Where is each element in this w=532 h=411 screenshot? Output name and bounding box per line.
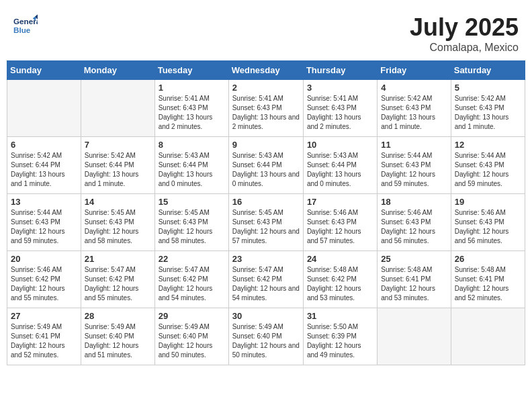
day-number: 29 — [159, 311, 225, 321]
title-section: July 2025 Comalapa, Mexico — [410, 13, 519, 54]
day-number: 25 — [381, 254, 447, 264]
day-number: 26 — [455, 254, 521, 264]
day-info: Sunrise: 5:42 AM Sunset: 6:43 PM Dayligh… — [381, 94, 447, 132]
day-number: 3 — [307, 83, 373, 93]
calendar-cell-w3-d1: 13Sunrise: 5:44 AM Sunset: 6:43 PM Dayli… — [7, 194, 81, 251]
day-info: Sunrise: 5:43 AM Sunset: 6:44 PM Dayligh… — [232, 151, 300, 189]
week-row-2: 6Sunrise: 5:42 AM Sunset: 6:44 PM Daylig… — [7, 137, 525, 194]
calendar-cell-w5-d1: 27Sunrise: 5:49 AM Sunset: 6:41 PM Dayli… — [7, 308, 81, 365]
col-thursday: Thursday — [303, 61, 377, 80]
day-info: Sunrise: 5:41 AM Sunset: 6:43 PM Dayligh… — [159, 94, 225, 132]
svg-text:Blue: Blue — [13, 26, 31, 34]
day-number: 30 — [232, 311, 300, 321]
day-info: Sunrise: 5:41 AM Sunset: 6:43 PM Dayligh… — [232, 94, 300, 132]
day-number: 4 — [381, 83, 447, 93]
calendar-cell-w2-d5: 10Sunrise: 5:43 AM Sunset: 6:44 PM Dayli… — [303, 137, 377, 194]
day-info: Sunrise: 5:43 AM Sunset: 6:44 PM Dayligh… — [159, 151, 225, 189]
day-info: Sunrise: 5:44 AM Sunset: 6:43 PM Dayligh… — [455, 151, 521, 189]
calendar-cell-w3-d5: 17Sunrise: 5:46 AM Sunset: 6:43 PM Dayli… — [303, 194, 377, 251]
day-number: 7 — [85, 140, 151, 150]
day-info: Sunrise: 5:48 AM Sunset: 6:42 PM Dayligh… — [307, 265, 373, 303]
day-info: Sunrise: 5:49 AM Sunset: 6:40 PM Dayligh… — [232, 322, 300, 360]
calendar-cell-w2-d1: 6Sunrise: 5:42 AM Sunset: 6:44 PM Daylig… — [7, 137, 81, 194]
calendar-cell-w2-d3: 8Sunrise: 5:43 AM Sunset: 6:44 PM Daylig… — [154, 137, 228, 194]
day-number: 21 — [85, 254, 151, 264]
day-number: 1 — [159, 83, 225, 93]
day-info: Sunrise: 5:42 AM Sunset: 6:44 PM Dayligh… — [85, 151, 151, 189]
week-row-1: 1Sunrise: 5:41 AM Sunset: 6:43 PM Daylig… — [7, 80, 525, 137]
logo-icon: General Blue — [13, 13, 38, 38]
day-info: Sunrise: 5:46 AM Sunset: 6:43 PM Dayligh… — [455, 208, 521, 246]
calendar-cell-w1-d7: 5Sunrise: 5:42 AM Sunset: 6:43 PM Daylig… — [451, 80, 525, 137]
col-saturday: Saturday — [451, 61, 525, 80]
page-header: General Blue July 2025 Comalapa, Mexico — [7, 7, 525, 57]
day-info: Sunrise: 5:46 AM Sunset: 6:42 PM Dayligh… — [11, 265, 77, 303]
day-info: Sunrise: 5:46 AM Sunset: 6:43 PM Dayligh… — [381, 208, 447, 246]
day-info: Sunrise: 5:46 AM Sunset: 6:43 PM Dayligh… — [307, 208, 373, 246]
day-number: 13 — [11, 197, 77, 207]
day-info: Sunrise: 5:42 AM Sunset: 6:44 PM Dayligh… — [11, 151, 77, 189]
calendar-cell-w2-d6: 11Sunrise: 5:44 AM Sunset: 6:43 PM Dayli… — [378, 137, 451, 194]
day-info: Sunrise: 5:47 AM Sunset: 6:42 PM Dayligh… — [85, 265, 151, 303]
day-number: 23 — [232, 254, 300, 264]
day-number: 22 — [159, 254, 225, 264]
calendar-cell-w1-d3: 1Sunrise: 5:41 AM Sunset: 6:43 PM Daylig… — [154, 80, 228, 137]
day-info: Sunrise: 5:45 AM Sunset: 6:43 PM Dayligh… — [159, 208, 225, 246]
day-info: Sunrise: 5:47 AM Sunset: 6:42 PM Dayligh… — [232, 265, 300, 303]
location-subtitle: Comalapa, Mexico — [410, 42, 519, 54]
calendar-cell-w5-d7 — [451, 308, 525, 365]
calendar-table: Sunday Monday Tuesday Wednesday Thursday… — [7, 60, 525, 365]
week-row-4: 20Sunrise: 5:46 AM Sunset: 6:42 PM Dayli… — [7, 251, 525, 308]
calendar-cell-w2-d2: 7Sunrise: 5:42 AM Sunset: 6:44 PM Daylig… — [81, 137, 154, 194]
day-info: Sunrise: 5:49 AM Sunset: 6:41 PM Dayligh… — [11, 322, 77, 360]
day-number: 31 — [307, 311, 373, 321]
day-info: Sunrise: 5:45 AM Sunset: 6:43 PM Dayligh… — [232, 208, 300, 246]
week-row-3: 13Sunrise: 5:44 AM Sunset: 6:43 PM Dayli… — [7, 194, 525, 251]
calendar-cell-w3-d3: 15Sunrise: 5:45 AM Sunset: 6:43 PM Dayli… — [154, 194, 228, 251]
calendar-cell-w1-d2 — [81, 80, 154, 137]
day-number: 8 — [159, 140, 225, 150]
day-info: Sunrise: 5:48 AM Sunset: 6:41 PM Dayligh… — [381, 265, 447, 303]
calendar-cell-w4-d1: 20Sunrise: 5:46 AM Sunset: 6:42 PM Dayli… — [7, 251, 81, 308]
calendar-cell-w1-d4: 2Sunrise: 5:41 AM Sunset: 6:43 PM Daylig… — [228, 80, 303, 137]
col-tuesday: Tuesday — [154, 61, 228, 80]
calendar-cell-w4-d7: 26Sunrise: 5:48 AM Sunset: 6:41 PM Dayli… — [451, 251, 525, 308]
day-info: Sunrise: 5:48 AM Sunset: 6:41 PM Dayligh… — [455, 265, 521, 303]
day-info: Sunrise: 5:49 AM Sunset: 6:40 PM Dayligh… — [159, 322, 225, 360]
day-info: Sunrise: 5:43 AM Sunset: 6:44 PM Dayligh… — [307, 151, 373, 189]
day-info: Sunrise: 5:42 AM Sunset: 6:43 PM Dayligh… — [455, 94, 521, 132]
calendar-cell-w2-d4: 9Sunrise: 5:43 AM Sunset: 6:44 PM Daylig… — [228, 137, 303, 194]
day-info: Sunrise: 5:44 AM Sunset: 6:43 PM Dayligh… — [11, 208, 77, 246]
day-number: 19 — [455, 197, 521, 207]
day-number: 16 — [232, 197, 300, 207]
col-wednesday: Wednesday — [228, 61, 303, 80]
day-number: 11 — [381, 140, 447, 150]
calendar-cell-w3-d6: 18Sunrise: 5:46 AM Sunset: 6:43 PM Dayli… — [378, 194, 451, 251]
day-info: Sunrise: 5:50 AM Sunset: 6:39 PM Dayligh… — [307, 322, 373, 360]
day-number: 5 — [455, 83, 521, 93]
day-number: 10 — [307, 140, 373, 150]
calendar-cell-w5-d2: 28Sunrise: 5:49 AM Sunset: 6:40 PM Dayli… — [81, 308, 154, 365]
day-number: 17 — [307, 197, 373, 207]
calendar-header-row: Sunday Monday Tuesday Wednesday Thursday… — [7, 61, 525, 80]
day-number: 20 — [11, 254, 77, 264]
col-monday: Monday — [81, 61, 154, 80]
day-number: 9 — [232, 140, 300, 150]
day-info: Sunrise: 5:49 AM Sunset: 6:40 PM Dayligh… — [85, 322, 151, 360]
calendar-cell-w3-d4: 16Sunrise: 5:45 AM Sunset: 6:43 PM Dayli… — [228, 194, 303, 251]
calendar-cell-w4-d4: 23Sunrise: 5:47 AM Sunset: 6:42 PM Dayli… — [228, 251, 303, 308]
day-number: 2 — [232, 83, 300, 93]
calendar-cell-w5-d3: 29Sunrise: 5:49 AM Sunset: 6:40 PM Dayli… — [154, 308, 228, 365]
day-number: 28 — [85, 311, 151, 321]
calendar-cell-w2-d7: 12Sunrise: 5:44 AM Sunset: 6:43 PM Dayli… — [451, 137, 525, 194]
col-friday: Friday — [378, 61, 451, 80]
calendar-cell-w1-d6: 4Sunrise: 5:42 AM Sunset: 6:43 PM Daylig… — [378, 80, 451, 137]
col-sunday: Sunday — [7, 61, 81, 80]
day-number: 24 — [307, 254, 373, 264]
calendar-cell-w4-d3: 22Sunrise: 5:47 AM Sunset: 6:42 PM Dayli… — [154, 251, 228, 308]
day-number: 14 — [85, 197, 151, 207]
calendar-cell-w1-d1 — [7, 80, 81, 137]
day-number: 12 — [455, 140, 521, 150]
logo: General Blue — [13, 13, 38, 38]
day-number: 6 — [11, 140, 77, 150]
